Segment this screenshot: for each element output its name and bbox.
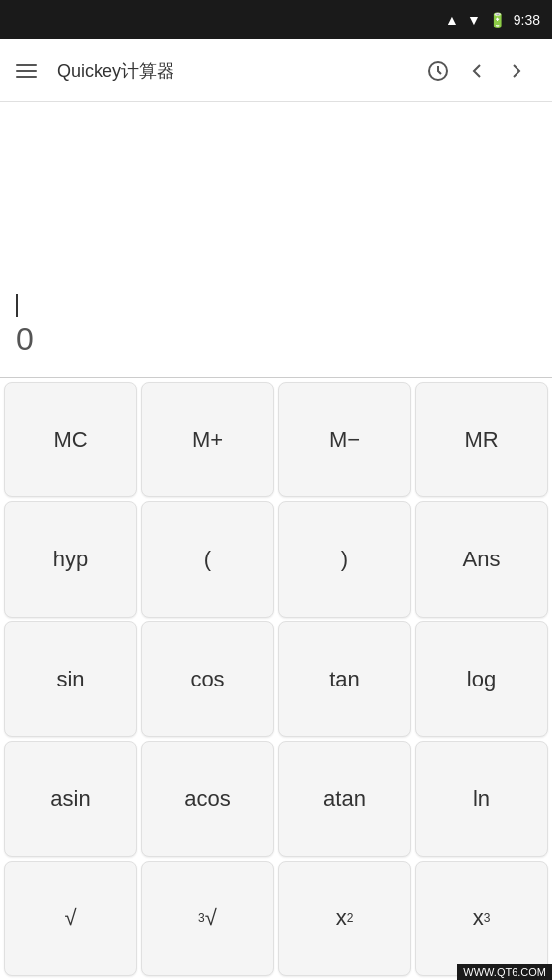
tan-button[interactable]: tan xyxy=(278,621,411,737)
display-area: 0 xyxy=(0,102,552,378)
buttons-container: MC M+ M− MR hyp ( ) Ans sin cos tan log … xyxy=(0,378,552,980)
status-time: 9:38 xyxy=(514,12,540,28)
lparen-button[interactable]: ( xyxy=(141,501,274,617)
mminus-button[interactable]: M− xyxy=(278,382,411,497)
wifi-icon: ▼ xyxy=(467,12,481,28)
ans-button[interactable]: Ans xyxy=(415,501,548,617)
xcb-button[interactable]: x3 xyxy=(415,861,548,976)
acos-button[interactable]: acos xyxy=(141,741,274,856)
log-button[interactable]: log xyxy=(415,621,548,737)
battery-icon: 🔋 xyxy=(489,12,506,28)
back-button[interactable] xyxy=(457,51,497,91)
cbrt-button[interactable]: 3√ xyxy=(141,861,274,976)
sin-button[interactable]: sin xyxy=(4,621,137,737)
button-row-5: √ 3√ x2 x3 xyxy=(4,861,548,976)
signal-icon: ▲ xyxy=(446,12,459,28)
menu-icon[interactable] xyxy=(16,64,37,78)
result-display: 0 xyxy=(16,321,536,365)
top-bar: Quickey计算器 xyxy=(0,39,552,102)
button-row-2: hyp ( ) Ans xyxy=(4,501,548,617)
button-row-3: sin cos tan log xyxy=(4,621,548,737)
atan-button[interactable]: atan xyxy=(278,741,411,856)
xsq-button[interactable]: x2 xyxy=(278,861,411,976)
asin-button[interactable]: asin xyxy=(4,741,137,856)
sqrt-button[interactable]: √ xyxy=(4,861,137,976)
hyp-button[interactable]: hyp xyxy=(4,501,137,617)
forward-button[interactable] xyxy=(497,51,536,91)
mc-button[interactable]: MC xyxy=(4,382,137,497)
ln-button[interactable]: ln xyxy=(415,741,548,856)
button-row-1: MC M+ M− MR xyxy=(4,382,548,497)
cos-button[interactable]: cos xyxy=(141,621,274,737)
button-row-4: asin acos atan ln xyxy=(4,741,548,856)
rparen-button[interactable]: ) xyxy=(278,501,411,617)
mplus-button[interactable]: M+ xyxy=(141,382,274,497)
watermark: WWW.QT6.COM xyxy=(457,964,552,980)
mr-button[interactable]: MR xyxy=(415,382,548,497)
app-title: Quickey计算器 xyxy=(57,59,418,83)
status-bar: ▲ ▼ 🔋 9:38 xyxy=(0,0,552,39)
history-button[interactable] xyxy=(418,51,457,91)
cursor xyxy=(16,294,18,317)
